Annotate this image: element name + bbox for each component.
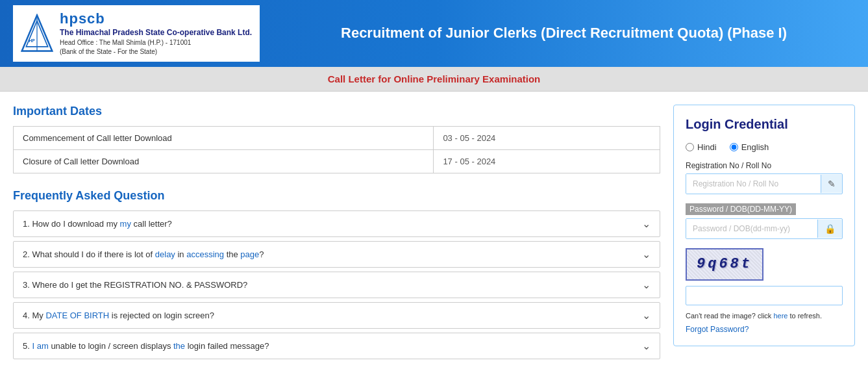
table-row: Commencement of Call letter Download 03 … <box>14 126 660 149</box>
reg-no-input-row: ✎ <box>686 173 843 194</box>
lang-english-label: English <box>741 142 769 152</box>
page-title: Recruitment of Junior Clerks (Direct Rec… <box>260 25 855 42</box>
faq-question-5: 5. I am unable to login / screen display… <box>23 341 269 351</box>
logo-area: HP hpscb The Himachal Pradesh State Co-o… <box>13 5 260 62</box>
forgot-password-link-container: Forgot Password? <box>686 325 843 334</box>
logo-bank-name: The Himachal Pradesh State Co-operative … <box>60 27 252 38</box>
faq-item-5[interactable]: 5. I am unable to login / screen display… <box>13 333 660 359</box>
lang-english-radio[interactable] <box>730 143 738 151</box>
date-value-2: 17 - 05 - 2024 <box>434 149 660 173</box>
chevron-down-icon: ⌄ <box>642 218 651 230</box>
password-input-row: 🔒 <box>686 218 843 239</box>
faq-item-1[interactable]: 1. How do I download my my call letter? … <box>13 210 660 237</box>
captcha-image: 9q68t <box>686 248 763 281</box>
chevron-down-icon: ⌄ <box>642 340 651 352</box>
captcha-hint-suffix: to refresh. <box>787 312 822 320</box>
logo-short-name: hpscb <box>60 10 252 27</box>
faq-title: Frequently Asked Question <box>13 189 660 203</box>
captcha-hint-prefix: Can't read the image? click <box>686 312 773 320</box>
chevron-down-icon: ⌄ <box>642 309 651 322</box>
logo-address: Head Office : The Mall Shimla (H.P.) - 1… <box>60 38 252 47</box>
faq-question-1: 1. How do I download my my call letter? <box>23 219 172 229</box>
reg-no-input[interactable] <box>686 174 821 194</box>
lock-icon: 🔒 <box>817 220 842 238</box>
hpscb-logo-icon: HP <box>21 14 53 53</box>
svg-text:HP: HP <box>29 39 36 44</box>
lang-hindi-label: Hindi <box>697 142 717 152</box>
faq-question-4: 4. My DATE OF BIRTH is rejected on login… <box>23 311 214 320</box>
faq-item-2[interactable]: 2. What should I do if there is lot of d… <box>13 241 660 268</box>
language-selector: Hindi English <box>686 142 843 152</box>
captcha-input[interactable] <box>686 286 843 305</box>
sub-header-text: Call Letter for Online Preliminary Exami… <box>328 73 541 84</box>
chevron-down-icon: ⌄ <box>642 279 651 291</box>
page-header: HP hpscb The Himachal Pradesh State Co-o… <box>0 0 868 67</box>
forgot-password-link[interactable]: Forgot Password? <box>686 325 749 334</box>
captcha-refresh-link[interactable]: here <box>773 312 787 320</box>
lang-english-option[interactable]: English <box>730 142 769 152</box>
important-dates-title: Important Dates <box>13 105 660 118</box>
faq-item-3[interactable]: 3. Where do I get the REGISTRATION NO. &… <box>13 272 660 298</box>
password-input[interactable] <box>686 219 817 238</box>
captcha-text: 9q68t <box>697 256 752 272</box>
password-label: Password / DOB(DD-MM-YY) <box>686 203 796 215</box>
faq-item-4[interactable]: 4. My DATE OF BIRTH is rejected on login… <box>13 302 660 329</box>
logo-tagline: (Bank of the State - For the State) <box>60 47 252 57</box>
faq-question-2: 2. What should I do if there is lot of d… <box>23 249 264 259</box>
lang-hindi-option[interactable]: Hindi <box>686 142 717 152</box>
main-content: Important Dates Commencement of Call let… <box>0 92 868 369</box>
date-label-2: Closure of Call letter Download <box>14 149 434 173</box>
login-panel: Login Credential Hindi English Registrat… <box>673 105 855 347</box>
edit-icon[interactable]: ✎ <box>821 175 842 193</box>
date-value-1: 03 - 05 - 2024 <box>434 126 660 149</box>
chevron-down-icon: ⌄ <box>642 248 651 261</box>
sub-header-banner: Call Letter for Online Preliminary Exami… <box>0 67 868 92</box>
date-label-1: Commencement of Call letter Download <box>14 126 434 149</box>
faq-question-3: 3. Where do I get the REGISTRATION NO. &… <box>23 280 247 290</box>
reg-no-label: Registration No / Roll No <box>686 161 843 170</box>
left-panel: Important Dates Commencement of Call let… <box>13 105 673 363</box>
table-row: Closure of Call letter Download 17 - 05 … <box>14 149 660 173</box>
lang-hindi-radio[interactable] <box>686 143 694 151</box>
login-title: Login Credential <box>686 117 843 132</box>
captcha-hint: Can't read the image? click here to refr… <box>686 311 843 322</box>
logo-text: hpscb The Himachal Pradesh State Co-oper… <box>60 10 252 57</box>
important-dates-table: Commencement of Call letter Download 03 … <box>13 126 660 173</box>
